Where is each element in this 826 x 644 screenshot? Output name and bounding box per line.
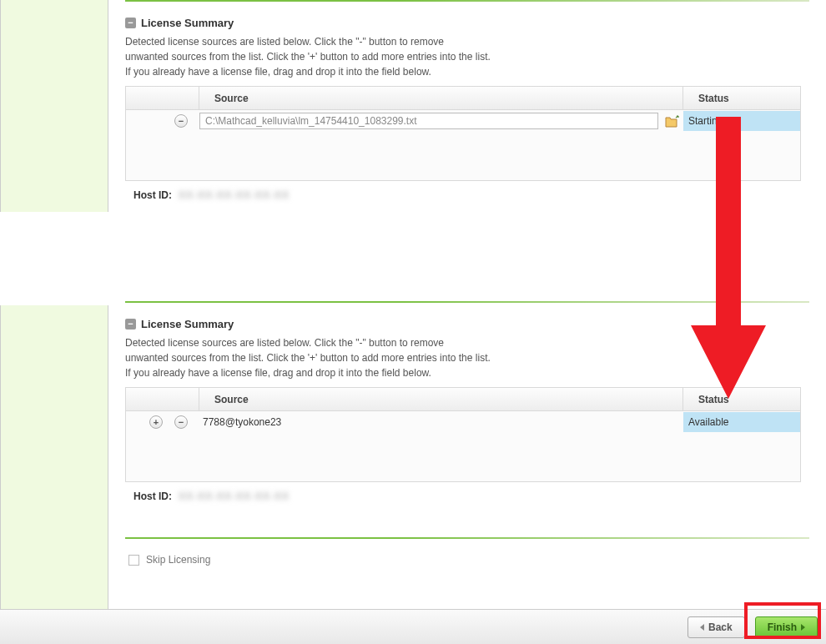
back-label: Back	[708, 621, 733, 633]
host-id-value: XX-XX-XX-XX-XX-XX	[179, 189, 290, 201]
footer-bar: Back Finish	[0, 609, 826, 644]
host-id-label: Host ID:	[133, 189, 172, 201]
status-cell: Starting...	[683, 111, 800, 131]
left-sidebar-top	[0, 0, 108, 212]
col-status-header: Status	[683, 388, 800, 410]
license-table: Source Status + − 7788@tyokone23 Availab…	[125, 387, 801, 482]
skip-licensing-label: Skip Licensing	[146, 554, 210, 566]
finish-button[interactable]: Finish	[755, 616, 818, 638]
host-id-value: XX-XX-XX-XX-XX-XX	[179, 491, 290, 502]
table-header: Source Status	[126, 87, 800, 110]
chevron-right-icon	[801, 624, 805, 631]
divider	[125, 301, 809, 303]
collapse-button[interactable]: −	[125, 319, 136, 330]
section-title: License Summary	[141, 318, 234, 330]
instructions-line: If you already have a license file, drag…	[125, 365, 809, 380]
instructions-line: Detected license sources are listed belo…	[125, 34, 809, 49]
instructions-line: Detected license sources are listed belo…	[125, 335, 809, 350]
instructions-line: unwanted sources from the list. Click th…	[125, 49, 809, 64]
divider	[125, 0, 809, 2]
remove-source-button[interactable]: −	[174, 114, 188, 128]
col-source-header: Source	[199, 388, 683, 410]
finish-label: Finish	[768, 621, 797, 633]
instructions-text: Detected license sources are listed belo…	[125, 34, 809, 79]
instructions-text: Detected license sources are listed belo…	[125, 335, 809, 380]
col-source-header: Source	[199, 87, 683, 109]
host-id-label: Host ID:	[133, 491, 172, 502]
host-id-row: Host ID: XX-XX-XX-XX-XX-XX	[125, 491, 809, 502]
instructions-line: unwanted sources from the list. Click th…	[125, 350, 809, 365]
status-cell: Available	[683, 412, 800, 432]
skip-licensing-checkbox[interactable]	[128, 555, 139, 566]
source-text: 7788@tyokone23	[199, 416, 678, 428]
col-actions	[126, 388, 199, 410]
instructions-line: If you already have a license file, drag…	[125, 64, 809, 79]
browse-folder-icon[interactable]	[665, 115, 678, 127]
remove-source-button[interactable]: −	[174, 415, 188, 429]
collapse-button[interactable]: −	[125, 18, 136, 28]
table-row: + − 7788@tyokone23 Available	[126, 411, 800, 433]
host-id-row: Host ID: XX-XX-XX-XX-XX-XX	[125, 189, 809, 201]
source-input[interactable]	[199, 113, 658, 129]
add-source-button[interactable]: +	[149, 415, 163, 429]
license-table: Source Status − Starting...	[125, 86, 801, 181]
back-button[interactable]: Back	[687, 616, 745, 638]
left-sidebar-bottom	[0, 305, 108, 641]
table-header: Source Status	[126, 388, 800, 411]
chevron-left-icon	[700, 624, 704, 631]
col-actions	[126, 87, 199, 109]
col-status-header: Status	[683, 87, 800, 109]
table-row: − Starting...	[126, 110, 800, 132]
section-title: License Summary	[141, 17, 234, 29]
divider	[125, 537, 809, 539]
